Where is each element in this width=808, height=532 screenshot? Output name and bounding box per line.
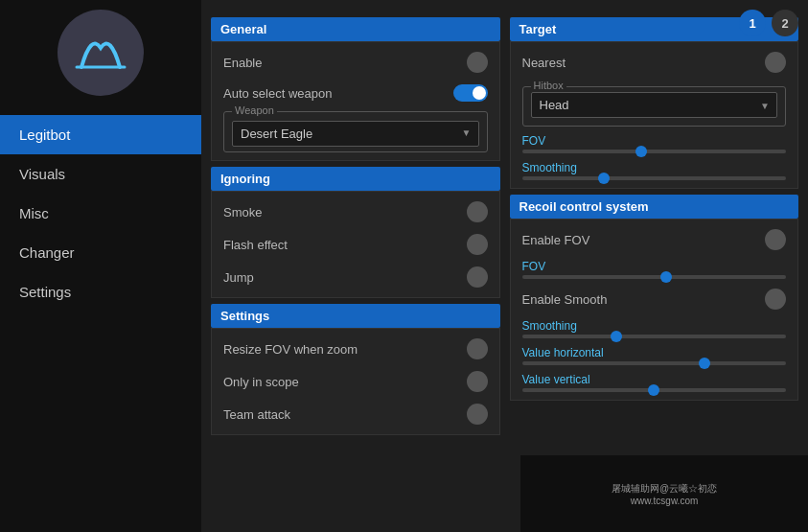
nearest-row: Nearest [522, 50, 787, 75]
right-column: Target Nearest Hitbox Head Body Chest [510, 17, 799, 522]
hitbox-select-wrapper: Head Body Chest Legs ▼ [531, 92, 778, 118]
sidebar-item-visuals[interactable]: Visuals [0, 154, 201, 194]
value-horizontal-row: Value horizontal [522, 346, 787, 365]
watermark-text: 屠城辅助网@云曦☆初恋 www.tcsgw.com [612, 482, 717, 506]
team-attack-label: Team attack [223, 407, 290, 422]
hitbox-group-label: Hitbox [531, 80, 566, 91]
general-body: Enable Auto select weapon Weapon Desert … [211, 41, 500, 161]
enable-smooth-toggle[interactable] [765, 289, 786, 310]
resize-fov-toggle[interactable] [467, 338, 488, 359]
recoil-header: Recoil control system [510, 195, 799, 219]
left-column: General Enable Auto select weapon Weapon [211, 17, 500, 522]
recoil-section: Recoil control system Enable FOV FOV Ena… [510, 195, 799, 401]
flash-label: Flash effect [223, 238, 288, 252]
enable-toggle[interactable] [467, 52, 488, 73]
hitbox-group: Hitbox Head Body Chest Legs ▼ [522, 86, 787, 127]
tab-buttons: 1 2 [739, 10, 798, 36]
jump-label: Jump [223, 270, 254, 285]
enable-fov-row: Enable FOV [522, 227, 787, 252]
sidebar-item-changer[interactable]: Changer [0, 233, 201, 272]
settings-section: Settings Resize FOV when zoom Only in sc… [211, 304, 500, 435]
enable-label: Enable [223, 56, 262, 70]
sidebar: Legitbot Visuals Misc Changer Settings [0, 0, 201, 532]
resize-fov-row: Resize FOV when zoom [223, 336, 488, 361]
jump-row: Jump [223, 265, 488, 289]
sidebar-item-misc[interactable]: Misc [0, 194, 201, 233]
settings-header: Settings [211, 304, 500, 328]
general-section: General Enable Auto select weapon Weapon [211, 17, 500, 161]
target-section: Target Nearest Hitbox Head Body Chest [510, 17, 799, 189]
smoothing-slider-row: Smoothing [522, 161, 787, 180]
resize-fov-label: Resize FOV when zoom [223, 342, 358, 357]
watermark: 屠城辅助网@云曦☆初恋 www.tcsgw.com [520, 455, 808, 532]
team-attack-row: Team attack [223, 402, 488, 427]
flash-toggle[interactable] [467, 234, 488, 255]
ignoring-header: Ignoring [211, 167, 500, 191]
nearest-label: Nearest [522, 56, 566, 70]
settings-body: Resize FOV when zoom Only in scope Team … [211, 328, 500, 435]
hitbox-select[interactable]: Head Body Chest Legs [531, 92, 778, 118]
weapon-select[interactable]: Desert Eagle AK-47 M4A1 AWP [232, 121, 479, 147]
sidebar-item-legitbot[interactable]: Legitbot [0, 115, 201, 154]
enable-fov-toggle[interactable] [765, 229, 786, 250]
auto-select-label: Auto select weapon [223, 86, 332, 101]
team-attack-toggle[interactable] [467, 404, 488, 425]
target-body: Nearest Hitbox Head Body Chest Legs [510, 41, 799, 189]
fov-slider[interactable] [522, 150, 787, 153]
tab-2-button[interactable]: 2 [772, 10, 798, 36]
recoil-smoothing-row: Smoothing [522, 319, 787, 338]
enable-smooth-row: Enable Smooth [522, 287, 787, 312]
recoil-body: Enable FOV FOV Enable Smooth Smoothing [510, 219, 799, 401]
only-scope-toggle[interactable] [467, 371, 488, 392]
enable-row: Enable [223, 50, 488, 75]
weapon-group-label: Weapon [232, 104, 277, 116]
auto-select-row: Auto select weapon [223, 82, 488, 104]
tab-1-button[interactable]: 1 [739, 10, 766, 36]
only-scope-label: Only in scope [223, 375, 299, 389]
smoothing-slider[interactable] [522, 176, 787, 180]
enable-smooth-label: Enable Smooth [522, 292, 608, 307]
ignoring-section: Ignoring Smoke Flash effect Jump [211, 167, 500, 298]
auto-select-toggle[interactable] [453, 84, 488, 102]
general-header: General [211, 17, 500, 41]
logo-icon [72, 29, 129, 77]
smoke-row: Smoke [223, 199, 488, 224]
value-vertical-row: Value vertical [522, 373, 787, 392]
columns-container: General Enable Auto select weapon Weapon [201, 8, 808, 532]
only-scope-row: Only in scope [223, 369, 488, 394]
smoke-label: Smoke [223, 205, 262, 220]
logo [58, 10, 144, 96]
main-content: 1 2 General Enable Auto select weapon [201, 0, 808, 532]
value-vertical-slider[interactable] [522, 388, 787, 392]
jump-toggle[interactable] [467, 266, 488, 288]
value-horizontal-slider[interactable] [522, 361, 787, 365]
smoke-toggle[interactable] [467, 201, 488, 222]
recoil-fov-slider[interactable] [522, 275, 787, 279]
recoil-smoothing-slider[interactable] [522, 335, 787, 338]
fov-slider-row: FOV [522, 134, 787, 153]
flash-row: Flash effect [223, 232, 488, 257]
ignoring-body: Smoke Flash effect Jump [211, 191, 500, 298]
weapon-group: Weapon Desert Eagle AK-47 M4A1 AWP ▼ [223, 111, 488, 152]
sidebar-item-settings[interactable]: Settings [0, 272, 201, 312]
weapon-select-wrapper: Desert Eagle AK-47 M4A1 AWP ▼ [232, 117, 479, 147]
recoil-fov-slider-row: FOV [522, 260, 787, 279]
enable-fov-label: Enable FOV [522, 233, 590, 247]
nearest-toggle[interactable] [765, 52, 786, 73]
